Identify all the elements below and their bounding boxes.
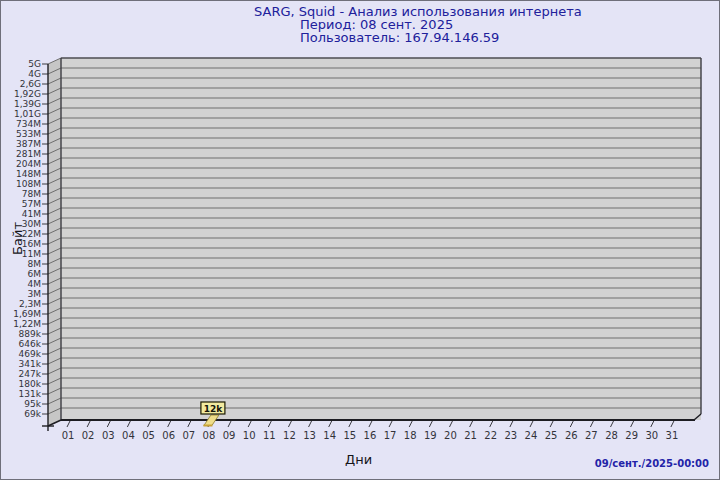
x-tick [651, 421, 654, 427]
x-tick [671, 421, 674, 427]
y-tick-label: 95k [24, 399, 41, 409]
y-tick-label: 131k [19, 389, 42, 399]
bar-chart-canvas: 5G4G2,6G1,92G1,39G1,01G734M533M387M281M2… [1, 1, 720, 480]
y-tick-label: 4M [28, 279, 42, 289]
x-tick [490, 421, 493, 427]
y-tick-label: 148M [16, 169, 41, 179]
y-tick-label: 204M [16, 159, 41, 169]
x-tick-label: 20 [444, 430, 457, 441]
x-tick-label: 13 [303, 430, 316, 441]
x-tick-label: 21 [464, 430, 477, 441]
x-tick-label: 06 [162, 430, 175, 441]
x-tick [228, 421, 231, 427]
plot-area [61, 58, 701, 420]
y-tick-label: 6M [28, 269, 42, 279]
y-tick-label: 22M [22, 229, 41, 239]
x-tick [268, 421, 271, 427]
x-tick [550, 421, 553, 427]
x-tick [409, 421, 412, 427]
y-tick-label: 281M [16, 149, 41, 159]
y-tick-label: 16M [22, 239, 41, 249]
x-tick-label: 29 [625, 430, 638, 441]
x-tick-label: 24 [525, 430, 538, 441]
x-tick [631, 421, 634, 427]
x-tick [590, 421, 593, 427]
x-tick-label: 27 [585, 430, 598, 441]
x-tick-label: 18 [404, 430, 417, 441]
x-tick [389, 421, 392, 427]
x-tick-label: 03 [102, 430, 115, 441]
x-tick-label: 11 [263, 430, 276, 441]
y-tick-label: 341k [19, 359, 42, 369]
y-tick-label: 57M [22, 199, 41, 209]
x-tick [127, 421, 130, 427]
x-tick [188, 421, 191, 427]
x-tick [309, 421, 312, 427]
y-tick-label: 1,92G [14, 89, 41, 99]
y-tick-label: 3M [28, 289, 42, 299]
x-tick-label: 07 [182, 430, 195, 441]
x-tick-label: 08 [203, 430, 216, 441]
y-tick-label: 1,01G [14, 109, 41, 119]
y-tick-label: 2,3M [19, 299, 41, 309]
x-tick-label: 16 [364, 430, 377, 441]
x-tick [248, 421, 251, 427]
y-tick-label: 1,69M [13, 309, 41, 319]
x-tick-label: 31 [666, 430, 679, 441]
bar-value-label: 12k [204, 404, 224, 414]
y-tick-label: 469k [19, 349, 42, 359]
x-tick-label: 28 [605, 430, 618, 441]
x-tick-label: 04 [122, 430, 135, 441]
y-tick-label: 1,39G [14, 99, 41, 109]
x-tick-label: 02 [82, 430, 95, 441]
y-tick-label: 4G [28, 69, 41, 79]
x-tick [288, 421, 291, 427]
x-tick-label: 12 [283, 430, 296, 441]
x-tick [349, 421, 352, 427]
x-tick-label: 26 [565, 430, 578, 441]
x-tick-label: 09 [223, 430, 236, 441]
y-tick-label: 11M [22, 249, 41, 259]
x-tick-label: 15 [343, 430, 356, 441]
y-tick-label: 108M [16, 179, 41, 189]
x-tick-label: 25 [545, 430, 558, 441]
x-tick [148, 421, 151, 427]
y-tick-label: 533M [16, 129, 41, 139]
y-tick-label: 41M [22, 209, 41, 219]
x-tick [87, 421, 90, 427]
y-tick-label: 1,22M [13, 319, 41, 329]
y-tick-label: 5G [28, 59, 41, 69]
x-tick [429, 421, 432, 427]
x-tick-label: 19 [424, 430, 437, 441]
y-tick-label: 78M [22, 189, 41, 199]
x-tick [570, 421, 573, 427]
x-tick-label: 23 [504, 430, 517, 441]
x-axis-title: Дни [345, 452, 372, 467]
y-tick-label: 180k [19, 379, 42, 389]
x-tick [168, 421, 171, 427]
x-tick [329, 421, 332, 427]
x-tick [369, 421, 372, 427]
x-tick-label: 30 [645, 430, 658, 441]
x-tick [67, 421, 70, 427]
y-tick-label: 387M [16, 139, 41, 149]
y-tick-label: 247k [19, 369, 42, 379]
x-tick [530, 421, 533, 427]
x-tick [107, 421, 110, 427]
y-tick-label: 646k [19, 339, 42, 349]
x-tick-label: 14 [323, 430, 336, 441]
y-tick-label: 734M [16, 119, 41, 129]
x-tick-label: 17 [384, 430, 397, 441]
x-tick [611, 421, 614, 427]
y-tick-label: 889k [19, 329, 42, 339]
x-tick [470, 421, 473, 427]
x-tick-label: 05 [142, 430, 155, 441]
y-tick-label: 69k [24, 409, 41, 419]
y-tick-label: 30M [22, 219, 41, 229]
x-tick [449, 421, 452, 427]
x-tick [510, 421, 513, 427]
y-tick-label: 2,6G [20, 79, 41, 89]
sarg-report-chart: SARG, Squid - Анализ использования интер… [0, 0, 720, 480]
x-tick-label: 01 [62, 430, 75, 441]
x-tick-label: 22 [484, 430, 497, 441]
